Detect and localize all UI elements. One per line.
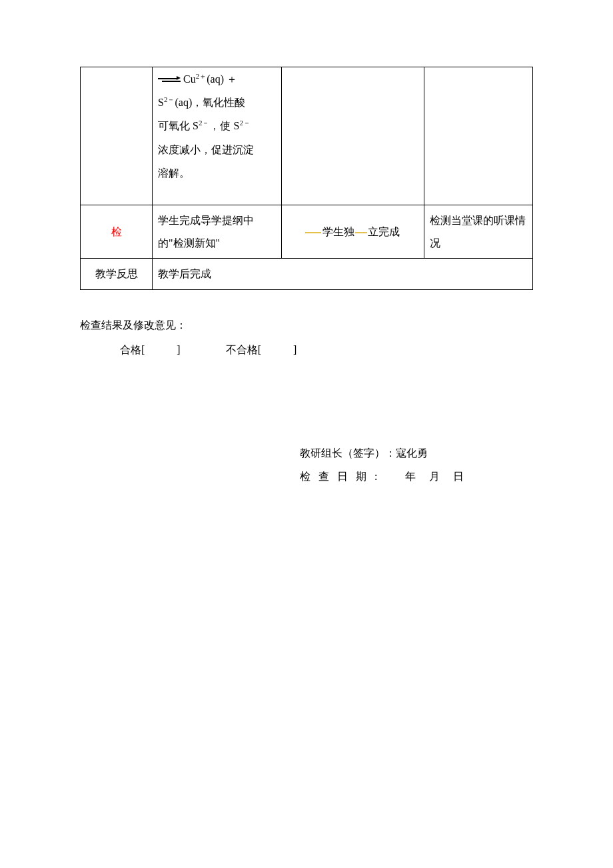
check-label: 检 (111, 226, 122, 237)
option-pass: 合格[ ] (120, 344, 181, 355)
chem-line-3: 可氧化 S2－，使 S2－ (158, 114, 276, 137)
review-title: 检查结果及修改意见： (80, 314, 533, 337)
chem-line-4: 浓度减小，促进沉淀 (158, 138, 276, 161)
cell-r2c3: 学生独立完成 (281, 205, 424, 258)
cell-r1c4 (424, 67, 532, 205)
c3-text-a: 学生独 (322, 226, 354, 237)
leader-label: 教研组长（签字）： (300, 441, 396, 465)
date-month: 月 (429, 465, 440, 488)
table-row: 教学反思 教学后完成 (81, 259, 533, 290)
cell-r2c1: 检 (81, 205, 153, 258)
chem-line-5: 溶解。 (158, 161, 276, 185)
date-line: 检查日期: 年 月 日 (300, 465, 533, 488)
cell-r2c4: 检测当堂课的听课情况 (424, 205, 532, 258)
cell-r1c1 (81, 67, 153, 205)
review-section: 检查结果及修改意见： 合格[ ] 不合格[ ] 教研组长（签字）：寇化勇 检查日… (80, 314, 533, 489)
c3-text-b: 立完成 (368, 226, 400, 237)
review-options: 合格[ ] 不合格[ ] (80, 339, 533, 361)
equilibrium-icon (158, 75, 181, 85)
date-day: 日 (453, 465, 464, 488)
lesson-table: Cu2＋(aq) ＋ S2－(aq)，氧化性酸 可氧化 S2－，使 S2－ 浓度… (80, 67, 533, 290)
date-year: 年 (405, 465, 416, 488)
cell-r3c1: 教学反思 (81, 259, 153, 290)
signature-block: 教研组长（签字）：寇化勇 检查日期: 年 月 日 (80, 441, 533, 488)
cell-r1c3 (281, 67, 424, 205)
leader-line: 教研组长（签字）：寇化勇 (300, 441, 533, 465)
chem-line-2: S2－(aq)，氧化性酸 (158, 91, 276, 114)
cell-r1c2: Cu2＋(aq) ＋ S2－(aq)，氧化性酸 可氧化 S2－，使 S2－ 浓度… (153, 67, 282, 205)
chem-line-1: Cu2＋(aq) ＋ (158, 67, 276, 91)
leader-name: 寇化勇 (396, 441, 428, 465)
cell-r2c2: 学生完成导学提纲中的"检测新知" (153, 205, 282, 258)
option-fail: 不合格[ ] (226, 344, 297, 355)
table-row: 检 学生完成导学提纲中的"检测新知" 学生独立完成 检测当堂课的听课情况 (81, 205, 533, 258)
cell-r3c2: 教学后完成 (153, 259, 533, 290)
table-row: Cu2＋(aq) ＋ S2－(aq)，氧化性酸 可氧化 S2－，使 S2－ 浓度… (81, 67, 533, 205)
date-label: 检查日期: (300, 465, 385, 488)
underline-icon (355, 232, 367, 233)
underline-icon (305, 232, 321, 233)
